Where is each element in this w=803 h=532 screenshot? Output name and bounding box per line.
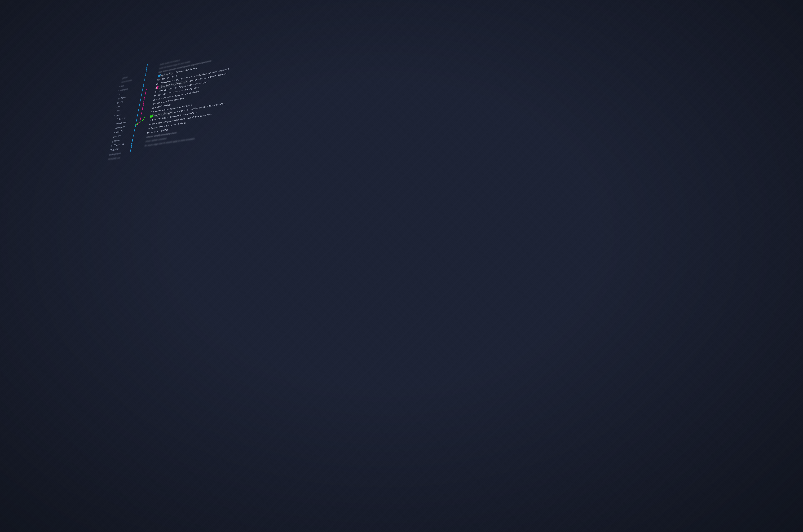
svg-point-5	[144, 78, 145, 80]
chevron-icon	[117, 98, 117, 99]
svg-point-4	[145, 74, 146, 76]
commit-list: build: build 2.6.0-beta.3build: fix feat…	[57, 0, 803, 532]
svg-point-14	[141, 113, 142, 115]
chevron-icon	[115, 111, 116, 112]
svg-point-16	[139, 121, 140, 123]
svg-point-7	[142, 86, 144, 88]
svg-point-6	[143, 82, 145, 84]
svg-point-10	[144, 97, 145, 99]
chevron-icon	[119, 86, 120, 87]
svg-point-9	[141, 94, 142, 95]
svg-point-19	[133, 134, 134, 136]
svg-point-15	[144, 116, 145, 118]
svg-point-12	[142, 105, 144, 107]
chevron-icon	[116, 102, 116, 103]
svg-point-8	[145, 89, 147, 91]
chevron-icon	[117, 94, 118, 95]
svg-point-17	[134, 126, 136, 128]
svg-point-20	[132, 138, 133, 140]
chevron-icon	[118, 90, 119, 91]
svg-point-11	[143, 101, 145, 102]
svg-point-18	[134, 130, 135, 132]
svg-point-21	[131, 142, 133, 144]
svg-point-3	[146, 71, 147, 72]
chevron-icon	[114, 115, 115, 116]
tree-item-label: ...	[123, 72, 125, 76]
svg-point-2	[146, 67, 148, 68]
svg-point-22	[130, 147, 132, 149]
chevron-icon	[116, 107, 117, 108]
svg-point-13	[141, 109, 143, 111]
